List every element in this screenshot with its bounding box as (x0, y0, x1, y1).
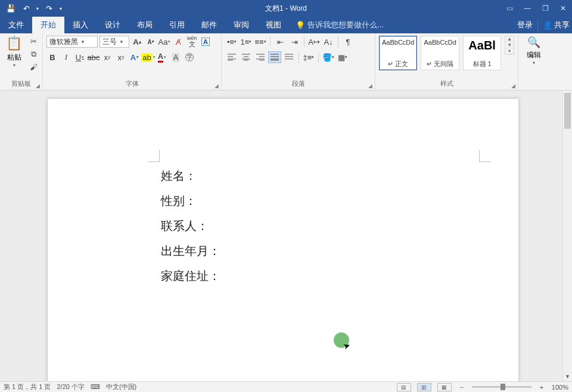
undo-button[interactable]: ↶ (19, 2, 33, 15)
scroll-thumb[interactable] (564, 93, 571, 129)
tell-me[interactable]: 💡 告诉我您想要做什么... (290, 17, 384, 33)
bullets-button[interactable]: •≡▾ (225, 36, 238, 48)
minimize-button[interactable]: — (518, 0, 536, 17)
strikethrough-button[interactable]: abc (88, 51, 100, 63)
shrink-font-button[interactable]: A▾ (145, 36, 157, 48)
superscript-button[interactable]: x2 (115, 51, 127, 63)
decrease-indent-button[interactable]: ⇤ (273, 36, 287, 48)
align-center-icon (242, 54, 250, 61)
tab-design[interactable]: 设计 (97, 17, 129, 33)
tab-file[interactable]: 文件 (0, 17, 32, 33)
zoom-level[interactable]: 100% (552, 384, 568, 391)
character-border-button[interactable]: A (200, 36, 212, 48)
view-print-layout[interactable]: ▥ (417, 383, 431, 391)
status-language[interactable]: 中文(中国) (106, 382, 136, 391)
styles-scroll-btn[interactable]: ▾ (505, 48, 514, 54)
styles-launcher[interactable]: ◢ (511, 83, 515, 89)
undo-more-button[interactable]: ▾ (35, 2, 41, 15)
find-button[interactable]: 🔍 编辑 ▾ (522, 36, 546, 66)
share-button[interactable]: 👤 共享 (537, 20, 570, 30)
status-page[interactable]: 第 1 页，共 1 页 (4, 382, 51, 391)
style-card-2[interactable]: AaBl标题 1 (463, 36, 501, 70)
scroll-down-button[interactable]: ▼ (563, 372, 572, 381)
borders-button[interactable]: ▦▾ (336, 51, 349, 63)
highlight-button[interactable]: ab▾ (142, 51, 154, 63)
redo-button[interactable]: ↷ (42, 2, 56, 15)
paste-dropdown-icon[interactable]: ▾ (13, 63, 15, 68)
close-button[interactable]: ✕ (554, 0, 572, 17)
style-card-1[interactable]: AaBbCcDd↵ 无间隔 (421, 36, 459, 70)
zoom-in-button[interactable]: + (537, 384, 546, 391)
doc-line-3[interactable]: 出生年月： (161, 238, 220, 263)
multilevel-list-button[interactable]: ≡≡▾ (254, 36, 267, 48)
doc-line-2[interactable]: 联系人： (161, 213, 220, 238)
clipboard-launcher[interactable]: ◢ (36, 83, 40, 89)
paste-button[interactable]: 📋 粘贴 ▾ (4, 36, 24, 68)
copy-button[interactable]: ⧉ (28, 49, 39, 59)
view-web-layout[interactable]: ▦ (437, 383, 452, 391)
tab-insert[interactable]: 插入 (64, 17, 97, 33)
font-color-button[interactable]: A▾ (156, 51, 168, 63)
align-left-button[interactable] (225, 51, 238, 63)
clear-format-button[interactable]: A̸ (172, 36, 184, 48)
share-label: 共享 (554, 20, 570, 30)
restore-button[interactable]: ❐ (536, 0, 554, 17)
doc-line-1[interactable]: 性别： (161, 188, 220, 213)
doc-line-4[interactable]: 家庭住址： (161, 263, 220, 288)
vertical-scrollbar[interactable]: ▲ ▼ (562, 91, 572, 381)
italic-button[interactable]: I (60, 51, 72, 63)
view-read-mode[interactable]: ▤ (397, 383, 411, 391)
zoom-slider-knob[interactable] (500, 384, 505, 390)
text-effects-button[interactable]: A▾ (129, 51, 141, 63)
page[interactable]: 姓名：性别：联系人：出生年月：家庭住址： (48, 99, 518, 381)
style-card-0[interactable]: AaBbCcDd↵ 正文 (379, 36, 417, 70)
change-case-button[interactable]: Aa▾ (158, 36, 170, 48)
increase-indent-button[interactable]: ⇥ (288, 36, 301, 48)
tab-layout[interactable]: 布局 (129, 17, 161, 33)
align-right-button[interactable] (254, 51, 267, 63)
grow-font-button[interactable]: A▴ (131, 36, 143, 48)
save-button[interactable]: 💾 (4, 2, 18, 15)
bold-button[interactable]: B (46, 51, 58, 63)
show-marks-button[interactable]: ¶ (341, 36, 355, 48)
doc-line-0[interactable]: 姓名： (161, 163, 220, 188)
font-launcher[interactable]: ◢ (214, 83, 219, 89)
tab-review[interactable]: 审阅 (225, 17, 257, 33)
group-label-clipboard: 剪贴板 ◢ (4, 79, 39, 89)
styles-scroll[interactable]: ▲▼▾ (505, 36, 514, 55)
underline-button[interactable]: U▾ (74, 51, 86, 63)
tab-mail[interactable]: 邮件 (193, 17, 225, 33)
chevron-down-icon: ▼ (119, 39, 124, 45)
sort-button[interactable]: A↓ (322, 36, 335, 48)
status-word-count[interactable]: 2/20 个字 (57, 382, 84, 391)
distribute-button[interactable] (282, 51, 296, 63)
paragraph-launcher[interactable]: ◢ (368, 83, 372, 89)
line-spacing-button[interactable]: ‡≡▾ (302, 51, 315, 63)
align-center-button[interactable] (240, 51, 253, 63)
font-size-combo[interactable]: 三号▼ (100, 36, 129, 48)
cut-button[interactable]: ✂ (28, 37, 39, 46)
style-name: 标题 1 (473, 60, 492, 69)
qat-customize-button[interactable]: ▾ (57, 2, 64, 15)
ltr-button[interactable]: A↦ (307, 36, 321, 48)
zoom-slider[interactable] (472, 386, 531, 388)
font-name-combo[interactable]: 微软雅黑▼ (46, 36, 98, 48)
numbering-button[interactable]: 1≡▾ (240, 36, 253, 48)
zoom-out-button[interactable]: − (458, 384, 466, 391)
edit-dropdown-icon[interactable]: ▾ (533, 60, 535, 66)
styles-scroll-btn[interactable]: ▼ (505, 42, 514, 48)
tab-home[interactable]: 开始 (32, 17, 64, 33)
shading-button[interactable]: 🪣▾ (322, 51, 335, 63)
character-shading-button[interactable]: A (170, 51, 182, 63)
subscript-button[interactable]: x2 (101, 51, 113, 63)
document-content[interactable]: 姓名：性别：联系人：出生年月：家庭住址： (161, 163, 220, 288)
format-painter-button[interactable]: 🖌 (28, 63, 39, 71)
tab-view[interactable]: 视图 (257, 17, 290, 33)
align-justify-button[interactable] (268, 51, 281, 63)
phonetic-guide-button[interactable]: wén文 (186, 36, 198, 48)
enclose-characters-button[interactable]: 字 (184, 51, 195, 63)
tab-references[interactable]: 引用 (161, 17, 193, 33)
styles-scroll-btn[interactable]: ▲ (505, 36, 514, 42)
ribbon-options-button[interactable]: ▭ (500, 0, 518, 17)
login-link[interactable]: 登录 (517, 20, 533, 30)
